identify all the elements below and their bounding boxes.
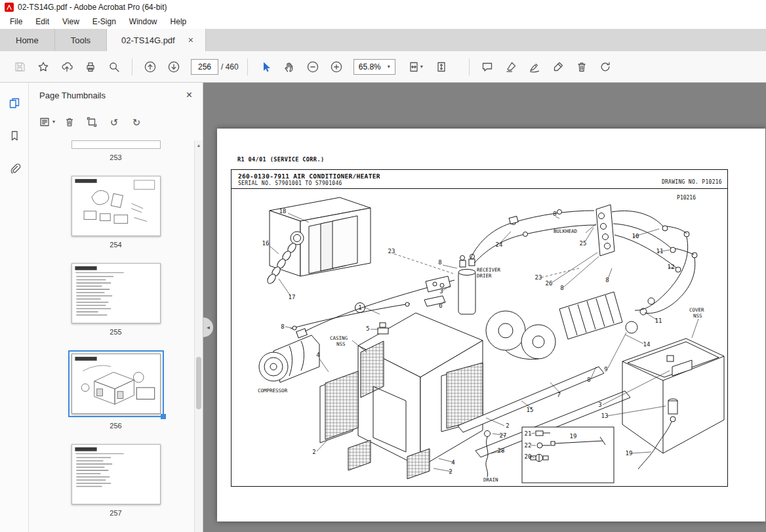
menu-edit[interactable]: Edit — [29, 16, 56, 28]
thumbnail-item: 255 — [71, 263, 161, 336]
svg-text:RECEIVER: RECEIVER — [477, 267, 501, 273]
highlight-button[interactable] — [499, 56, 523, 78]
parts-diagram: 1816172382482510111223268836158411149871… — [232, 170, 729, 487]
tab-bar: Home Tools 02-TS14G.pdf × — [0, 29, 766, 51]
save-icon — [13, 60, 26, 73]
select-tool-button[interactable] — [254, 56, 277, 78]
thumbnail-page-255[interactable] — [71, 263, 161, 323]
next-page-button[interactable] — [162, 56, 186, 78]
rotate-right-button[interactable]: ↻ — [127, 112, 146, 132]
tab-tools[interactable]: Tools — [55, 29, 107, 51]
search-button[interactable] — [102, 56, 126, 78]
fill-sign-button[interactable] — [546, 56, 570, 78]
menu-view[interactable]: View — [56, 16, 86, 28]
thumbnail-preview-256 — [72, 354, 160, 413]
resize-thumbnails-button[interactable] — [82, 112, 102, 132]
svg-text:CASING: CASING — [330, 335, 348, 341]
svg-text:NSS: NSS — [693, 313, 702, 319]
scroll-mode-button[interactable] — [430, 56, 453, 78]
delete-button[interactable] — [570, 56, 594, 78]
svg-text:1: 1 — [358, 304, 361, 311]
thumbnail-label: 256 — [110, 422, 121, 430]
comment-icon — [481, 60, 494, 73]
svg-text:28: 28 — [498, 447, 505, 454]
panel-collapse-handle[interactable]: ◂ — [203, 317, 213, 337]
svg-text:25: 25 — [580, 240, 587, 247]
toolbar-separator — [247, 58, 248, 75]
menu-window[interactable]: Window — [123, 16, 164, 28]
options-list-icon — [39, 116, 50, 128]
svg-text:8: 8 — [281, 323, 284, 330]
share-button[interactable] — [55, 56, 79, 78]
thumbnail-page-256[interactable] — [71, 354, 161, 414]
chevron-down-icon: ▾ — [52, 119, 55, 125]
chevron-down-icon: ▾ — [388, 64, 390, 70]
pdf-page: R1 04/01 (SERVICE CORR.) 260-0130-7911 A… — [217, 129, 765, 522]
save-button[interactable] — [8, 56, 31, 78]
page-number-input[interactable] — [191, 59, 218, 75]
svg-text:DRIER: DRIER — [477, 273, 492, 279]
previous-page-button[interactable] — [138, 56, 162, 78]
zoom-in-button[interactable] — [325, 56, 348, 78]
svg-text:8: 8 — [553, 211, 556, 217]
svg-text:21: 21 — [525, 430, 532, 437]
svg-text:19: 19 — [570, 433, 577, 440]
scroll-up-icon[interactable]: ▲ — [195, 140, 203, 150]
sign-button[interactable] — [523, 56, 546, 78]
hand-icon — [283, 60, 296, 73]
toolbar-separator — [469, 58, 470, 75]
svg-text:5: 5 — [366, 325, 369, 332]
pencil-icon — [552, 60, 565, 73]
page-fit-button[interactable]: ▾ — [401, 56, 430, 78]
thumbnails-scrollbar[interactable]: ▲ — [194, 140, 203, 532]
panel-title: Page Thumbnails — [39, 91, 106, 100]
blower-art — [486, 311, 555, 359]
svg-text:23: 23 — [535, 274, 542, 281]
menu-esign[interactable]: E-Sign — [86, 16, 123, 28]
rotate-left-button[interactable]: ↺ — [104, 112, 124, 132]
thumbnail-list: 253 254 — [29, 136, 203, 532]
left-icon-strip — [0, 83, 29, 532]
thumbnail-page-254[interactable] — [71, 176, 161, 236]
print-button[interactable] — [79, 56, 102, 78]
svg-text:8: 8 — [605, 277, 609, 283]
menu-help[interactable]: Help — [164, 16, 193, 28]
bookmarks-panel-button[interactable] — [5, 126, 24, 146]
refresh-button[interactable] — [594, 56, 617, 78]
svg-text:22: 22 — [525, 442, 532, 449]
thumbnail-preview-255 — [72, 264, 160, 323]
svg-text:4: 4 — [316, 352, 319, 358]
tab-home[interactable]: Home — [0, 29, 55, 51]
page-thumbnails-panel-button[interactable] — [5, 93, 24, 113]
svg-text:2: 2 — [506, 422, 509, 429]
svg-text:12: 12 — [668, 264, 675, 270]
scrollbar-thumb[interactable] — [196, 357, 201, 409]
thumbnail-page-253[interactable] — [71, 140, 161, 149]
comment-button[interactable] — [475, 56, 499, 78]
thumbnail-item: 256 — [68, 350, 164, 430]
rotate-clockwise-icon: ↻ — [132, 117, 141, 127]
thumbnail-options-button[interactable]: ▾ — [37, 112, 57, 132]
page-thumbnails-panel: Page Thumbnails × ▾ ↺ ↻ 253 — [29, 83, 203, 532]
menu-file[interactable]: File — [3, 16, 29, 28]
tab-close-icon[interactable]: × — [188, 35, 193, 45]
delete-page-button[interactable] — [60, 112, 79, 132]
panel-close-icon[interactable]: × — [186, 89, 192, 101]
acrobat-app-icon — [5, 3, 14, 12]
thumbnail-label: 253 — [110, 153, 121, 161]
zoom-out-button[interactable] — [301, 56, 325, 78]
thumbnail-page-257[interactable] — [71, 444, 161, 504]
tab-document[interactable]: 02-TS14G.pdf × — [107, 29, 206, 51]
drawing-frame: 260-0130-7911 AIR CONDITIONER/HEATER SER… — [231, 169, 728, 487]
paperclip-icon — [8, 162, 21, 175]
favorites-button[interactable] — [31, 56, 55, 78]
selection-handle[interactable] — [161, 414, 166, 419]
attachments-panel-button[interactable] — [5, 159, 24, 178]
thumbnail-label: 257 — [110, 509, 121, 517]
svg-text:COVER: COVER — [689, 307, 704, 313]
svg-text:23: 23 — [388, 248, 395, 255]
svg-text:27: 27 — [500, 432, 507, 439]
hand-tool-button[interactable] — [277, 56, 301, 78]
zoom-level-dropdown[interactable]: 65.8% ▾ — [353, 59, 395, 75]
document-area: ◂ R1 04/01 (SERVICE CORR.) 260-0130-7911… — [203, 83, 766, 532]
